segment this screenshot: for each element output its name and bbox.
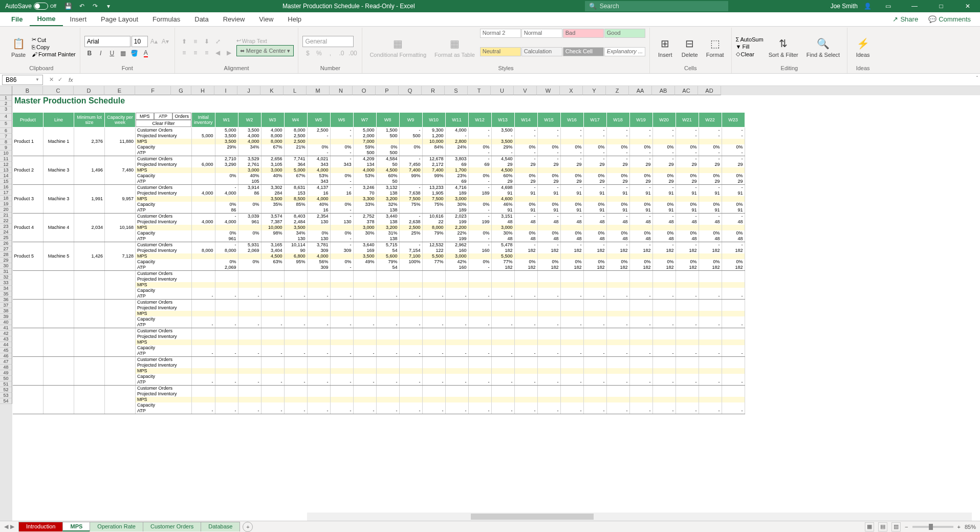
comments-button[interactable]: 💬Comments bbox=[923, 12, 976, 26]
search-box[interactable]: 🔍 Search bbox=[585, 1, 728, 11]
copy-button[interactable]: ⎘ Copy bbox=[32, 44, 76, 50]
cell-style-good[interactable]: Good bbox=[604, 29, 645, 38]
sum-icon: Σ bbox=[736, 36, 739, 42]
cell-style-calculation[interactable]: Calculation bbox=[521, 47, 562, 56]
bold-button[interactable]: B bbox=[84, 48, 95, 58]
italic-button[interactable]: I bbox=[96, 48, 106, 58]
ribbon-tab-file[interactable]: File bbox=[4, 12, 30, 26]
borders-button[interactable]: ▦ bbox=[118, 48, 128, 58]
font-color-button[interactable]: A bbox=[141, 48, 151, 58]
titlebar: AutoSave Off 💾 ↶ ↷ ▾ Master Production S… bbox=[0, 0, 980, 12]
group-ideas: ⚡Ideas Ideas bbox=[847, 28, 878, 73]
minimize-icon[interactable]: — bbox=[904, 0, 925, 12]
group-label: Ideas bbox=[852, 65, 874, 72]
autosave-state: Off bbox=[50, 4, 56, 9]
group-clipboard: 📋Paste ✂ Cut ⎘ Copy 🖌 Format Painter Cli… bbox=[3, 28, 80, 73]
align-bottom-icon[interactable]: ⬇ bbox=[202, 36, 212, 47]
fill-button[interactable]: ▼ Fill bbox=[736, 44, 764, 50]
cut-button[interactable]: ✂ Cut bbox=[32, 36, 76, 43]
cell-style-explanatory----[interactable]: Explanatory ... bbox=[604, 47, 645, 56]
search-icon: 🔍 bbox=[589, 3, 597, 10]
ribbon-tab-insert[interactable]: Insert bbox=[63, 12, 94, 26]
group-cells: ⊞Insert ⊟Delete ⬚Format Cells bbox=[650, 28, 732, 73]
delete-button[interactable]: ⊟Delete bbox=[679, 29, 701, 65]
table-icon: ▦ bbox=[446, 35, 463, 52]
fx-icon[interactable]: fx bbox=[67, 77, 75, 83]
qat-customize-icon[interactable]: ▾ bbox=[104, 2, 113, 10]
group-label: Alignment bbox=[179, 65, 294, 72]
number-format-select[interactable] bbox=[302, 36, 354, 47]
percent-icon[interactable]: % bbox=[314, 48, 324, 58]
avatar[interactable]: 👤 bbox=[864, 3, 872, 10]
format-as-table-button[interactable]: ▦Format as Table bbox=[431, 29, 478, 65]
increase-decimal-icon[interactable]: .0 bbox=[336, 48, 346, 58]
enter-formula-icon[interactable]: ✓ bbox=[58, 76, 62, 83]
increase-font-icon[interactable]: A▴ bbox=[149, 36, 159, 47]
currency-icon[interactable]: $ bbox=[302, 48, 313, 58]
fill-color-button[interactable]: 🪣 bbox=[129, 48, 140, 58]
ribbon-tab-page-layout[interactable]: Page Layout bbox=[94, 12, 145, 26]
insert-button[interactable]: ⊞Insert bbox=[654, 29, 677, 65]
paste-button[interactable]: 📋Paste bbox=[7, 29, 30, 65]
sort-icon: ⇅ bbox=[775, 35, 792, 52]
autosave-label: AutoSave bbox=[5, 3, 32, 10]
decrease-decimal-icon[interactable]: .00 bbox=[347, 48, 358, 58]
brush-icon: 🖌 bbox=[32, 51, 37, 57]
cell-style-normal[interactable]: Normal bbox=[521, 29, 562, 38]
ribbon-tab-data[interactable]: Data bbox=[187, 12, 215, 26]
close-icon[interactable]: ✕ bbox=[957, 0, 978, 12]
wrap-text-button[interactable]: ↩ Wrap Text bbox=[236, 37, 294, 44]
align-right-icon[interactable]: ≡ bbox=[202, 48, 212, 58]
orientation-icon[interactable]: ⤢ bbox=[213, 36, 223, 47]
group-styles: ▦Conditional Formatting ▦Format as Table… bbox=[362, 28, 649, 73]
comma-icon[interactable]: , bbox=[325, 48, 335, 58]
ribbon-tab-home[interactable]: Home bbox=[30, 12, 62, 26]
autosave-toggle[interactable]: AutoSave Off bbox=[2, 3, 59, 10]
formula-input[interactable] bbox=[75, 75, 980, 85]
clear-button[interactable]: ◇ Clear bbox=[736, 51, 764, 57]
underline-button[interactable]: U bbox=[107, 48, 117, 58]
cancel-formula-icon[interactable]: ✕ bbox=[49, 76, 54, 83]
align-middle-icon[interactable]: ≡ bbox=[190, 36, 201, 47]
find-select-button[interactable]: 🔍Find & Select bbox=[803, 29, 843, 65]
ribbon-tab-formulas[interactable]: Formulas bbox=[145, 12, 187, 26]
ribbon-tab-view[interactable]: View bbox=[252, 12, 280, 26]
name-box[interactable]: B86▼ bbox=[2, 75, 43, 85]
decrease-indent-icon[interactable]: ◀ bbox=[213, 48, 223, 58]
toggle-icon bbox=[34, 3, 48, 10]
format-button[interactable]: ⬚Format bbox=[703, 29, 727, 65]
align-top-icon[interactable]: ⬆ bbox=[179, 36, 189, 47]
maximize-icon[interactable]: □ bbox=[931, 0, 951, 12]
ribbon-tab-help[interactable]: Help bbox=[280, 12, 309, 26]
decrease-font-icon[interactable]: A▾ bbox=[160, 36, 170, 47]
save-icon[interactable]: 💾 bbox=[64, 2, 73, 10]
paste-icon: 📋 bbox=[10, 35, 27, 52]
ribbon-tab-review[interactable]: Review bbox=[216, 12, 252, 26]
conditional-formatting-button[interactable]: ▦Conditional Formatting bbox=[366, 29, 429, 65]
user-name[interactable]: Joe Smith bbox=[831, 3, 858, 10]
ribbon-display-icon[interactable]: ▭ bbox=[878, 0, 898, 12]
font-size-select[interactable] bbox=[132, 36, 148, 47]
autosum-button[interactable]: Σ AutoSum bbox=[736, 36, 764, 42]
font-name-select[interactable] bbox=[84, 36, 130, 47]
align-center-icon[interactable]: ≡ bbox=[190, 48, 201, 58]
copy-icon: ⎘ bbox=[32, 44, 35, 50]
redo-icon[interactable]: ↷ bbox=[91, 2, 99, 10]
share-button[interactable]: ↗Share bbox=[887, 12, 923, 26]
ideas-button[interactable]: ⚡Ideas bbox=[852, 29, 874, 65]
fill-icon: ▼ bbox=[736, 44, 742, 50]
ribbon-tabs: FileHomeInsertPage LayoutFormulasDataRev… bbox=[0, 12, 980, 27]
align-left-icon[interactable]: ≡ bbox=[179, 48, 189, 58]
increase-indent-icon[interactable]: ▶ bbox=[224, 48, 234, 58]
format-painter-button[interactable]: 🖌 Format Painter bbox=[32, 51, 76, 57]
cell-style-neutral[interactable]: Neutral bbox=[480, 47, 521, 56]
collapse-ribbon-icon[interactable]: ˆ bbox=[976, 76, 978, 81]
group-alignment: ⬆≡⬇⤢ ≡≡≡◀▶ ↩ Wrap Text ⬌Merge & Center▾ … bbox=[175, 28, 299, 73]
cell-style-normal-2[interactable]: Normal 2 bbox=[480, 29, 521, 38]
cell-style-check-cell[interactable]: Check Cell bbox=[563, 47, 604, 56]
sort-filter-button[interactable]: ⇅Sort & Filter bbox=[766, 29, 801, 65]
titlebar-right: Joe Smith 👤 ▭ — □ ✕ bbox=[831, 0, 978, 12]
merge-center-button[interactable]: ⬌Merge & Center▾ bbox=[236, 45, 294, 56]
cell-style-bad[interactable]: Bad bbox=[563, 29, 604, 38]
undo-icon[interactable]: ↶ bbox=[78, 2, 86, 10]
